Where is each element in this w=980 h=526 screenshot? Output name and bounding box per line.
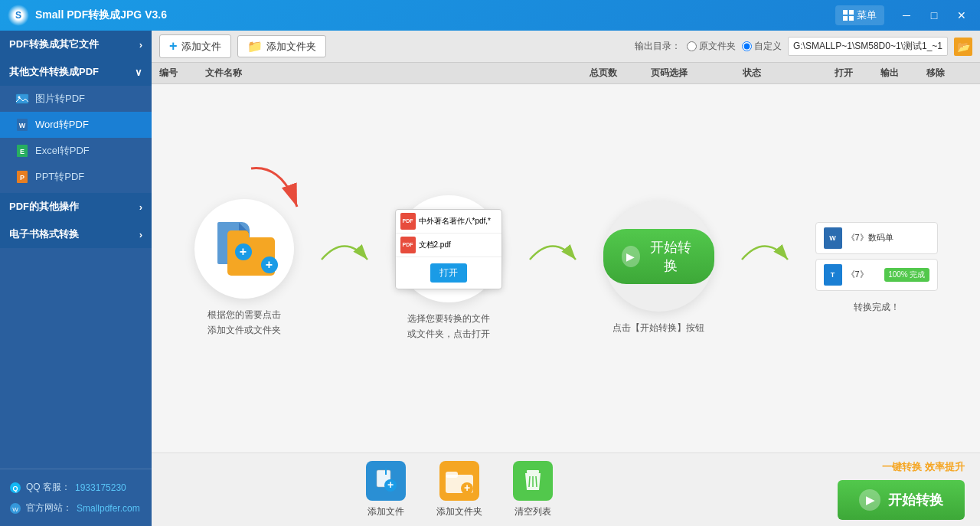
sidebar-item-word2pdf[interactable]: W Word转PDF — [0, 112, 152, 138]
word-icon: W — [15, 118, 29, 132]
svg-text:Q: Q — [12, 485, 18, 492]
step-3-text: 点击【开始转换】按钮 — [612, 321, 704, 335]
output-path: G:\SMALLP~1\SM58D0~1\测试1_~1 — [788, 37, 948, 56]
result-item-1-text: 《7》数码单 — [847, 232, 929, 243]
start-convert-button[interactable]: ▶ 开始转换 — [603, 229, 714, 284]
content-area: + 添加文件 📁 添加文件夹 输出目录： 原文件夹 自定义 G:\SMALLP~… — [152, 31, 980, 526]
svg-text:P: P — [20, 174, 24, 181]
radio-custom-input[interactable] — [742, 41, 752, 51]
sidebar-item-excel2pdf[interactable]: E Excel转PDF — [0, 138, 152, 164]
step-2: PDF 中外著名著作八*pdf,* PDF 文档2.pdf 打开 — [395, 195, 502, 341]
maximize-button[interactable]: □ — [923, 5, 945, 26]
bottom-add-folder[interactable]: + 添加文件夹 — [436, 461, 482, 518]
col-header-output: 输出 — [880, 67, 926, 80]
sidebar-section-pdf-ops-label: PDF的其他操作 — [9, 200, 79, 214]
close-button[interactable]: ✕ — [951, 5, 972, 26]
chevron-right-icon3: › — [139, 229, 142, 240]
efficiency-text: 一键转换 效率提升 — [882, 460, 965, 474]
svg-line-26 — [529, 476, 530, 487]
sidebar-section-ebook[interactable]: 电子书格式转换 › — [0, 221, 152, 248]
sidebar-item-ppt2pdf[interactable]: P PPT转PDF — [0, 164, 152, 190]
output-settings: 输出目录： 原文件夹 自定义 G:\SMALLP~1\SM58D0~1\测试1_… — [635, 37, 972, 56]
add-file-icon: + — [366, 461, 406, 501]
file-folder-icon: + + — [214, 222, 275, 276]
svg-rect-25 — [527, 470, 539, 473]
add-folder-button[interactable]: 📁 添加文件夹 — [237, 35, 326, 57]
website-label: 官方网站： — [26, 501, 72, 515]
svg-text:W: W — [12, 506, 18, 513]
bottom-clear-label: 清空列表 — [514, 505, 551, 518]
qq-service-row: Q QQ 客服： 1933175230 — [9, 477, 142, 498]
minimize-button[interactable]: ─ — [896, 5, 917, 26]
bottom-add-file[interactable]: + 添加文件 — [366, 461, 406, 518]
svg-text:W: W — [19, 122, 26, 129]
open-file-button[interactable]: 打开 — [430, 263, 467, 283]
illustration: + + 根据您的需要点击 添加文件或文件夹 — [152, 180, 980, 356]
bottom-bar: + 添加文件 + 添加文件夹 — [152, 452, 980, 526]
sidebar-item-excel2pdf-label: Excel转PDF — [35, 144, 90, 158]
chevron-right-icon2: › — [139, 201, 142, 213]
t-result-icon: T — [824, 264, 842, 286]
step-1-text: 根据您的需要点击 添加文件或文件夹 — [207, 308, 281, 337]
app-body: PDF转换成其它文件 › 其他文件转换成PDF ∨ 图片转PDF W Word转… — [0, 31, 980, 526]
clear-icon — [513, 461, 553, 501]
step-1: + + 根据您的需要点击 添加文件或文件夹 — [194, 199, 294, 337]
chevron-down-icon: ∨ — [135, 67, 142, 78]
col-header-num: 编号 — [159, 67, 205, 80]
play-circle-icon: ▶ — [859, 489, 880, 511]
sidebar-item-word2pdf-label: Word转PDF — [35, 118, 89, 132]
ppt-icon: P — [15, 170, 29, 184]
step-2-text: 选择您要转换的文件 或文件夹，点击打开 — [407, 312, 490, 341]
qq-label: QQ 客服： — [26, 481, 70, 494]
col-header-pagesel: 页码选择 — [651, 67, 743, 80]
pdf-filename: 中外著名著作八*pdf,* — [419, 216, 491, 227]
result-item-2: T 《7》 100% 完成 — [815, 259, 938, 291]
arrow-3 — [738, 229, 792, 270]
arrow-1 — [318, 229, 371, 270]
qq-number[interactable]: 1933175230 — [75, 482, 126, 493]
col-header-pages: 总页数 — [590, 67, 651, 80]
pdf-row-2: PDF 文档2.pdf — [396, 234, 501, 257]
menu-button[interactable]: 菜单 — [835, 5, 884, 25]
start-convert-big-button[interactable]: ▶ 开始转换 — [838, 480, 965, 520]
radio-custom[interactable]: 自定义 — [742, 40, 782, 53]
add-badge-2: + — [261, 256, 278, 273]
arrow-2 — [526, 229, 580, 270]
step-1-circle: + + — [194, 199, 294, 299]
radio-original[interactable]: 原文件夹 — [687, 40, 736, 53]
output-label: 输出目录： — [635, 40, 681, 53]
add-file-button[interactable]: + 添加文件 — [159, 34, 231, 58]
step-3-circle: ▶ 开始转换 — [603, 201, 714, 312]
step-3: ▶ 开始转换 点击【开始转换】按钮 — [603, 201, 714, 335]
svg-line-28 — [536, 476, 537, 487]
bottom-add-file-label: 添加文件 — [368, 505, 404, 518]
add-file-label: 添加文件 — [181, 40, 221, 54]
add-folder-label: 添加文件夹 — [266, 40, 316, 54]
app-title: Small PDF转换成JPG V3.6 — [35, 8, 835, 22]
bottom-right: 一键转换 效率提升 ▶ 开始转换 — [838, 460, 965, 520]
browse-folder-button[interactable]: 📂 — [954, 38, 972, 56]
bottom-add-folder-label: 添加文件夹 — [436, 505, 482, 518]
svg-rect-0 — [16, 94, 28, 103]
pdf-filename-2: 文档2.pdf — [419, 240, 451, 250]
start-convert-big-label: 开始转换 — [888, 491, 943, 509]
open-btn-container: 打开 — [396, 257, 501, 289]
bottom-actions: + 添加文件 + 添加文件夹 — [366, 461, 553, 518]
sidebar: PDF转换成其它文件 › 其他文件转换成PDF ∨ 图片转PDF W Word转… — [0, 31, 152, 526]
sidebar-section-pdf-convert[interactable]: PDF转换成其它文件 › — [0, 31, 152, 58]
radio-original-input[interactable] — [687, 41, 697, 51]
file-dialog: PDF 中外著名著作八*pdf,* PDF 文档2.pdf 打开 — [395, 209, 502, 289]
step-2-circle: PDF 中外著名著作八*pdf,* PDF 文档2.pdf 打开 — [395, 195, 502, 302]
pdf-icon-small: PDF — [400, 213, 416, 230]
col-header-remove: 移除 — [926, 67, 972, 80]
svg-text:+: + — [464, 482, 470, 493]
sidebar-section-other-to-pdf[interactable]: 其他文件转换成PDF ∨ — [0, 58, 152, 86]
sidebar-item-img2pdf[interactable]: 图片转PDF — [0, 86, 152, 112]
qq-icon: Q — [9, 482, 21, 494]
main-content: + + 根据您的需要点击 添加文件或文件夹 — [152, 84, 980, 452]
word-result-icon: W — [824, 227, 842, 249]
bottom-clear-list[interactable]: 清空列表 — [513, 461, 553, 518]
sidebar-section-pdf-ops[interactable]: PDF的其他操作 › — [0, 193, 152, 221]
website-url[interactable]: Smallpdfer.com — [77, 503, 140, 514]
title-bar: S Small PDF转换成JPG V3.6 菜单 ─ □ ✕ — [0, 0, 980, 31]
